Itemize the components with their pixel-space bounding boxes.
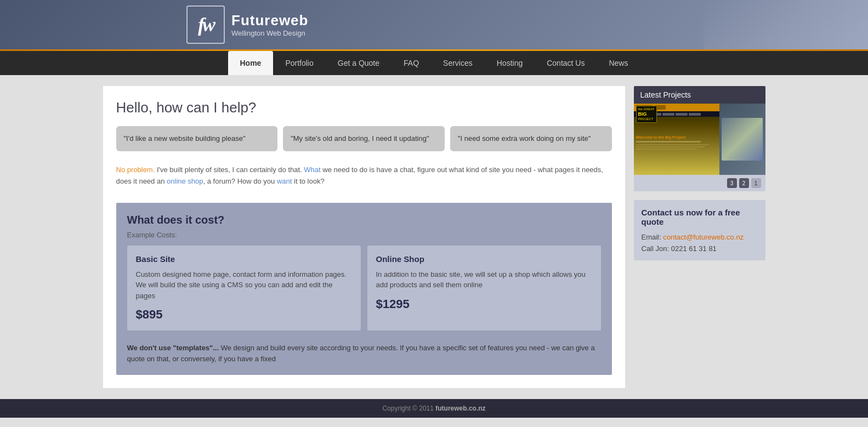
no-templates-text: We don't use "templates"... We design an… bbox=[127, 338, 601, 364]
nav-link-contact-us[interactable]: Contact Us bbox=[535, 51, 597, 75]
cost-cards-row: Basic Site Custom designed home page, co… bbox=[127, 246, 601, 331]
project-nav-dots: 3 2 1 bbox=[634, 175, 765, 191]
email-address[interactable]: contact@futureweb.co.nz bbox=[663, 233, 744, 241]
footer-link[interactable]: futureweb.co.nz bbox=[435, 405, 485, 412]
online-shop-price: $1295 bbox=[376, 297, 592, 311]
nav-link-faq[interactable]: FAQ bbox=[392, 51, 431, 75]
cost-card-basic: Basic Site Custom designed home page, co… bbox=[127, 246, 361, 331]
example-costs-label: Example Costs: bbox=[127, 231, 601, 239]
contact-email-line: Email: contact@futureweb.co.nz bbox=[642, 233, 758, 241]
no-templates-bold: We don't use "templates"... bbox=[127, 344, 219, 352]
main-content: Hello, how can I help? "I'd like a new w… bbox=[103, 86, 625, 388]
project-photo bbox=[722, 118, 763, 161]
nav-list: Home Portfolio Get a Quote FAQ Services … bbox=[228, 51, 640, 75]
site-footer: Copyright © 2011 futureweb.co.nz bbox=[0, 399, 868, 418]
project-body: the GREAT BIG PROJECT Welcome to the Big… bbox=[634, 117, 719, 153]
nav-link-hosting[interactable]: Hosting bbox=[485, 51, 535, 75]
option-card-new-website[interactable]: "I'd like a new website building please" bbox=[116, 126, 278, 151]
logo-initials: fw bbox=[186, 5, 225, 44]
page-title: Hello, how can I help? bbox=[116, 99, 612, 116]
logo-text: Futureweb Wellington Web Design bbox=[231, 12, 308, 37]
nav-item-home[interactable]: Home bbox=[228, 51, 274, 75]
nav-link-get-a-quote[interactable]: Get a Quote bbox=[326, 51, 392, 75]
project-logo-badge: the GREAT BIG PROJECT bbox=[636, 106, 657, 123]
project-welcome: Welcome to the Big Project bbox=[636, 135, 717, 139]
project-nav-dot-3[interactable]: 3 bbox=[727, 178, 737, 188]
project-screenshot: the GREAT BIG PROJECT Welcome to the Big… bbox=[634, 104, 765, 175]
basic-site-price: $895 bbox=[136, 308, 352, 322]
logo: fw Futureweb Wellington Web Design bbox=[186, 5, 308, 44]
online-shop-description: In addition to the basic site, we will s… bbox=[376, 269, 592, 291]
phone-number: 0221 61 31 81 bbox=[671, 244, 717, 253]
online-shop-title: Online Shop bbox=[376, 254, 592, 264]
nav-link-portfolio[interactable]: Portfolio bbox=[273, 51, 325, 75]
contact-widget-title: Contact us now for a free quote bbox=[642, 208, 758, 226]
cost-section: What does it cost? Example Costs: Basic … bbox=[116, 203, 612, 375]
basic-site-description: Custom designed home page, contact form … bbox=[136, 269, 352, 301]
nav-item-contact-us[interactable]: Contact Us bbox=[535, 51, 597, 75]
site-name: Futureweb bbox=[231, 12, 308, 29]
main-nav: Home Portfolio Get a Quote FAQ Services … bbox=[0, 51, 868, 75]
nav-link-services[interactable]: Services bbox=[431, 51, 485, 75]
option-card-update-site[interactable]: "My site's old and boring, I need it upd… bbox=[283, 126, 445, 151]
nav-item-hosting[interactable]: Hosting bbox=[485, 51, 535, 75]
option-card-extra-work[interactable]: "I need some extra work doing on my site… bbox=[450, 126, 612, 151]
nav-item-news[interactable]: News bbox=[597, 51, 640, 75]
contact-widget: Contact us now for a free quote Email: c… bbox=[634, 200, 765, 260]
response-text: No problem. I've built plenty of sites, … bbox=[116, 162, 612, 193]
site-tagline: Wellington Web Design bbox=[231, 29, 308, 37]
project-nav-dot-1[interactable]: 1 bbox=[751, 178, 761, 188]
email-label: Email: bbox=[642, 233, 661, 241]
footer-copyright: Copyright © 2011 bbox=[382, 405, 434, 412]
latest-projects-title: Latest Projects bbox=[634, 86, 765, 104]
latest-projects-widget: Latest Projects bbox=[634, 86, 765, 191]
phone-label: Call Jon: bbox=[642, 244, 670, 253]
nav-item-portfolio[interactable]: Portfolio bbox=[273, 51, 325, 75]
nav-item-services[interactable]: Services bbox=[431, 51, 485, 75]
contact-phone-line: Call Jon: 0221 61 31 81 bbox=[642, 244, 758, 253]
cost-card-online-shop: Online Shop In addition to the basic sit… bbox=[367, 246, 601, 331]
project-left-panel: the GREAT BIG PROJECT Welcome to the Big… bbox=[634, 104, 719, 175]
nav-item-faq[interactable]: FAQ bbox=[392, 51, 431, 75]
content-area: Hello, how can I help? "I'd like a new w… bbox=[94, 75, 774, 399]
project-nav-dot-2[interactable]: 2 bbox=[739, 178, 749, 188]
sidebar: Latest Projects bbox=[634, 86, 765, 388]
cost-title: What does it cost? bbox=[127, 214, 601, 226]
project-right-panel bbox=[719, 104, 765, 175]
site-header: fw Futureweb Wellington Web Design bbox=[0, 0, 868, 49]
option-cards-row: "I'd like a new website building please"… bbox=[116, 126, 612, 151]
nav-item-get-a-quote[interactable]: Get a Quote bbox=[326, 51, 392, 75]
basic-site-title: Basic Site bbox=[136, 254, 352, 264]
nav-link-news[interactable]: News bbox=[597, 51, 640, 75]
project-image-inner: the GREAT BIG PROJECT Welcome to the Big… bbox=[634, 104, 765, 175]
nav-link-home[interactable]: Home bbox=[228, 51, 274, 75]
